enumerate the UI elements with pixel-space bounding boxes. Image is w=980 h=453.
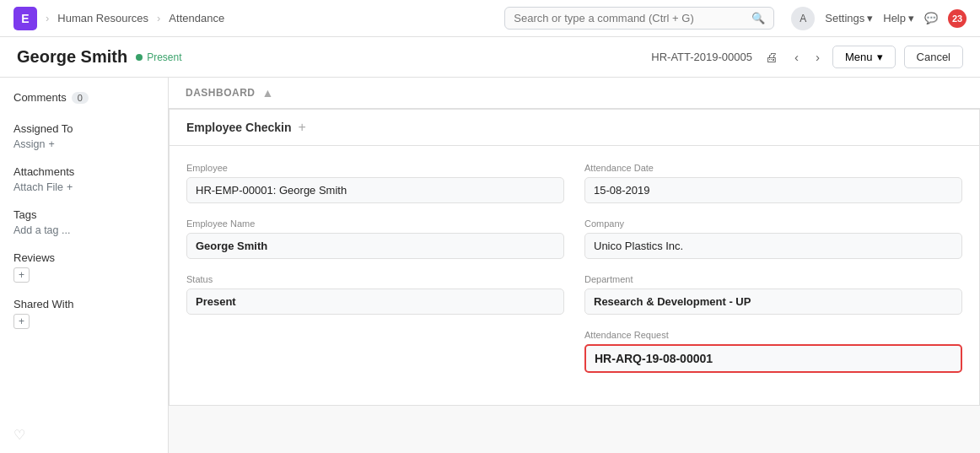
- page-header-right: HR-ATT-2019-00005 🖨 ‹ › Menu ▾ Cancel: [651, 46, 963, 68]
- topnav: E › Human Resources › Attendance 🔍 A Set…: [0, 0, 980, 37]
- status-label: Present: [147, 51, 181, 63]
- sidebar-comments-label: Comments0: [13, 91, 154, 104]
- breadcrumb-human-resources[interactable]: Human Resources: [57, 12, 148, 24]
- reviews-label: Reviews: [13, 251, 154, 264]
- department-label: Department: [584, 274, 962, 284]
- status-field: Status Present: [186, 274, 564, 315]
- sidebar-assigned-section: Assigned To Assign +: [13, 122, 154, 150]
- attendance-request-value: HR-ARQ-19-08-00001: [595, 352, 952, 365]
- tags-label: Tags: [13, 208, 154, 221]
- status-field-value: Present: [186, 289, 564, 315]
- shared-with-label: Shared With: [13, 298, 154, 310]
- attendance-request-box[interactable]: HR-ARQ-19-08-00001: [584, 344, 962, 373]
- help-button[interactable]: Help ▾: [883, 12, 914, 24]
- assign-plus-icon: +: [49, 138, 55, 150]
- employee-name-field: Employee Name George Smith: [186, 218, 564, 259]
- section-header: Employee Checkin +: [170, 110, 979, 146]
- add-shared-plus-icon: +: [13, 314, 30, 329]
- dashboard-collapse-icon[interactable]: ▲: [262, 86, 274, 100]
- section-title: Employee Checkin: [186, 121, 292, 134]
- print-icon[interactable]: 🖨: [761, 48, 782, 66]
- department-value: Research & Development - UP: [584, 289, 962, 315]
- company-value: Unico Plastics Inc.: [584, 233, 962, 259]
- assign-link[interactable]: Assign +: [13, 138, 154, 150]
- topnav-actions: A Settings ▾ Help ▾ 💬 23: [791, 7, 967, 30]
- sidebar: Comments0 Assigned To Assign + Attachmen…: [0, 78, 169, 453]
- add-tag-link[interactable]: Add a tag ...: [13, 224, 154, 236]
- search-input[interactable]: [514, 12, 746, 24]
- status-field-label: Status: [186, 274, 564, 284]
- help-chevron-icon: ▾: [908, 12, 914, 24]
- sidebar-reviews-section: Reviews +: [13, 251, 154, 283]
- employee-value: HR-EMP-00001: George Smith: [186, 177, 564, 203]
- menu-chevron-icon: ▾: [877, 51, 883, 63]
- main-layout: Comments0 Assigned To Assign + Attachmen…: [0, 78, 980, 453]
- brand-logo: E: [13, 7, 37, 30]
- company-field: Company Unico Plastics Inc.: [584, 218, 962, 259]
- employee-name-value: George Smith: [186, 233, 564, 259]
- prev-icon[interactable]: ‹: [790, 48, 803, 66]
- doc-id: HR-ATT-2019-00005: [651, 51, 752, 63]
- settings-button[interactable]: Settings ▾: [825, 12, 873, 24]
- menu-label: Menu: [845, 51, 873, 63]
- form-right-col: Attendance Date 15-08-2019 Company Unico…: [574, 163, 962, 388]
- employee-field: Employee HR-EMP-00001: George Smith: [186, 163, 564, 203]
- cancel-button[interactable]: Cancel: [904, 46, 963, 68]
- settings-chevron-icon: ▾: [867, 12, 873, 24]
- next-icon[interactable]: ›: [811, 48, 824, 66]
- form-left-col: Employee HR-EMP-00001: George Smith Empl…: [186, 163, 574, 388]
- breadcrumb-attendance[interactable]: Attendance: [169, 12, 224, 24]
- sidebar-comments-section: Comments0: [13, 91, 154, 107]
- add-shared-link[interactable]: +: [13, 314, 154, 329]
- sidebar-tags-section: Tags Add a tag ...: [13, 208, 154, 236]
- section-card: Employee Checkin + Employee HR-EMP-00001…: [169, 109, 980, 406]
- avatar: A: [791, 7, 815, 30]
- sidebar-shared-section: Shared With +: [13, 298, 154, 329]
- heart-icon[interactable]: ♡: [13, 427, 154, 443]
- employee-name-label: Employee Name: [186, 218, 564, 229]
- company-label: Company: [584, 218, 962, 229]
- search-icon: 🔍: [751, 12, 765, 24]
- attendance-request-field: Attendance Request HR-ARQ-19-08-00001: [584, 330, 962, 373]
- page-title-row: George Smith Present: [17, 47, 182, 67]
- notification-badge[interactable]: 23: [948, 9, 967, 28]
- attendance-date-label: Attendance Date: [584, 163, 962, 173]
- main-content: DASHBOARD ▲ Employee Checkin + Employee …: [169, 78, 980, 453]
- assigned-to-label: Assigned To: [13, 122, 154, 135]
- attachments-label: Attachments: [13, 165, 154, 178]
- add-review-link[interactable]: +: [13, 267, 154, 283]
- status-badge: Present: [136, 51, 181, 63]
- sidebar-attachments-section: Attachments Attach File +: [13, 165, 154, 193]
- department-field: Department Research & Development - UP: [584, 274, 962, 315]
- menu-button[interactable]: Menu ▾: [832, 46, 896, 68]
- chat-icon[interactable]: 💬: [924, 12, 938, 24]
- page-header: George Smith Present HR-ATT-2019-00005 🖨…: [0, 37, 980, 78]
- attendance-date-field: Attendance Date 15-08-2019: [584, 163, 962, 203]
- nav-sep-2: ›: [157, 12, 160, 24]
- attendance-date-value: 15-08-2019: [584, 177, 962, 203]
- section-add-icon[interactable]: +: [299, 120, 306, 135]
- attendance-request-label: Attendance Request: [584, 330, 962, 340]
- search-bar[interactable]: 🔍: [504, 7, 774, 30]
- dashboard-bar: DASHBOARD ▲: [169, 78, 980, 109]
- attach-plus-icon: +: [67, 181, 73, 193]
- status-dot: [136, 54, 143, 61]
- page-title: George Smith: [17, 47, 127, 67]
- dashboard-label: DASHBOARD: [186, 87, 256, 99]
- employee-label: Employee: [186, 163, 564, 173]
- add-review-plus-icon: +: [13, 267, 30, 283]
- nav-sep-1: ›: [46, 12, 49, 24]
- attach-file-link[interactable]: Attach File +: [13, 181, 154, 193]
- form-grid: Employee HR-EMP-00001: George Smith Empl…: [170, 146, 979, 405]
